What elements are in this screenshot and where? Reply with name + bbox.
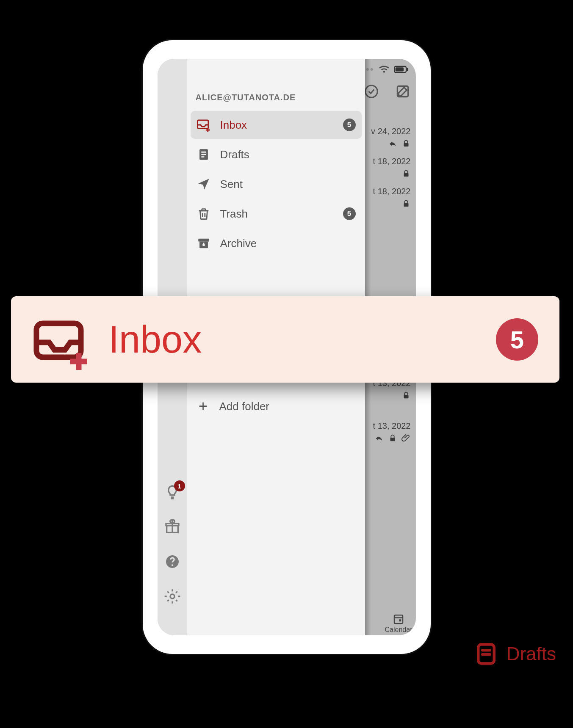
wifi-icon (379, 66, 390, 73)
battery-icon (394, 66, 408, 73)
folder-count: 5 (343, 207, 356, 220)
mail-date: t 18, 2022 (373, 187, 411, 196)
folder-label: Archive (220, 237, 356, 250)
reply-icon (374, 433, 384, 443)
folder-archive[interactable]: Archive (191, 229, 362, 257)
reply-icon (388, 139, 397, 148)
bottom-nav-calendar[interactable]: Calendar (385, 612, 412, 634)
trash-icon (197, 207, 211, 221)
folder-trash[interactable]: Trash 5 (191, 200, 362, 228)
lock-icon (401, 391, 411, 400)
plus-icon: + (197, 397, 210, 415)
mail-date: v 24, 2022 (371, 127, 410, 136)
rail-settings-button[interactable] (164, 588, 181, 605)
rail-help-button[interactable] (164, 553, 181, 570)
mail-date: t 18, 2022 (373, 157, 411, 166)
lock-icon (388, 433, 397, 443)
sent-icon (197, 177, 211, 191)
lock-icon (401, 169, 411, 178)
rail-tips-button[interactable]: 1 (164, 484, 181, 501)
compose-button[interactable] (395, 83, 411, 99)
rail-referral-button[interactable] (164, 518, 181, 535)
folder-count: 5 (343, 119, 356, 131)
folder-label: Trash (220, 207, 334, 221)
overlay-inbox-label: Inbox (108, 318, 202, 361)
folder-label: Drafts (220, 148, 356, 161)
lock-icon (401, 139, 411, 148)
mail-date: t 13, 2022 (373, 421, 411, 431)
folder-inbox[interactable]: Inbox 5 (191, 111, 362, 139)
folder-sent[interactable]: Sent (191, 170, 362, 198)
overlay-drafts-chip[interactable]: Drafts (473, 641, 556, 667)
account-label[interactable]: ALICE@TUTANOTA.DE (187, 59, 365, 111)
overlay-inbox-card[interactable]: Inbox 5 (11, 296, 559, 383)
inbox-icon (32, 313, 91, 372)
folder-label: Inbox (220, 119, 334, 132)
drafts-icon (197, 147, 211, 162)
add-folder-label: Add folder (219, 400, 270, 413)
bottom-nav-label: Calendar (385, 626, 412, 634)
rail-tips-badge: 1 (174, 480, 185, 491)
folder-label: Sent (220, 178, 356, 191)
drafts-icon (473, 641, 499, 667)
archive-icon (197, 236, 211, 251)
add-folder-button[interactable]: + Add folder (187, 387, 365, 425)
attachment-icon (401, 433, 411, 443)
inbox-icon (197, 118, 211, 132)
folder-drafts[interactable]: Drafts (191, 141, 362, 168)
lock-icon (401, 199, 411, 208)
system-folders: Inbox 5 Drafts Sent Trash 5 (187, 111, 365, 257)
overlay-drafts-label: Drafts (507, 643, 556, 665)
overlay-inbox-count: 5 (496, 318, 538, 361)
